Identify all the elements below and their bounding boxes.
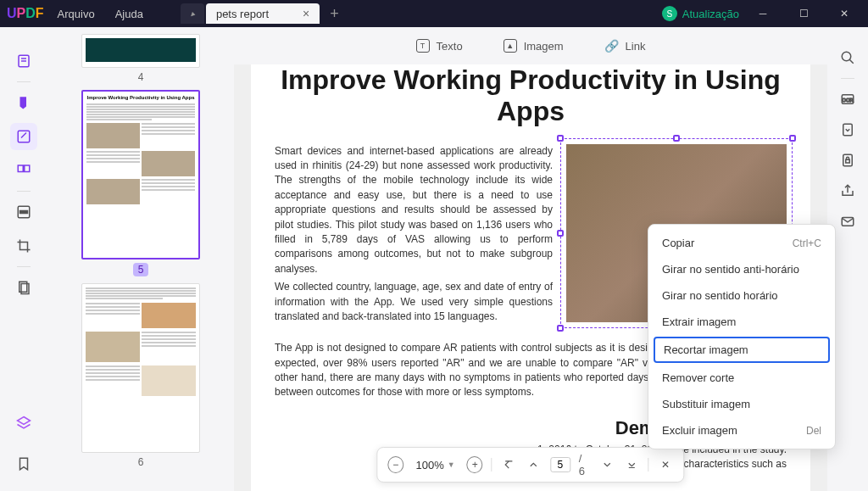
close-button[interactable]: ✕ xyxy=(827,2,861,25)
resize-handle[interactable] xyxy=(557,230,564,237)
comment-tool-icon[interactable] xyxy=(10,89,37,116)
context-rotate-cw[interactable]: Girar no sentido horário xyxy=(648,282,835,309)
minimize-button[interactable]: ─ xyxy=(746,2,780,25)
page-thumbnail-current[interactable]: Improve Working Productivity in Using Ap… xyxy=(81,90,200,276)
next-page-button[interactable] xyxy=(599,456,615,473)
search-icon[interactable] xyxy=(837,47,858,68)
crop-tool-icon[interactable] xyxy=(10,232,37,259)
organize-tool-icon[interactable] xyxy=(10,157,37,184)
paragraph: We collected country, language, age, sex… xyxy=(275,280,553,324)
tab-close-button[interactable]: × xyxy=(303,7,309,20)
context-extract-image[interactable]: Extrair imagem xyxy=(648,309,835,335)
svg-rect-3 xyxy=(18,131,30,142)
resize-handle[interactable] xyxy=(789,135,796,142)
svg-rect-5 xyxy=(25,165,30,172)
page-thumbnail[interactable]: 6 xyxy=(81,283,200,468)
svg-text:OCR: OCR xyxy=(842,98,854,103)
svg-rect-7 xyxy=(20,211,28,214)
protect-icon[interactable] xyxy=(837,150,858,170)
convert-icon[interactable] xyxy=(837,120,858,140)
thumb-page-number: 6 xyxy=(81,456,200,468)
context-remove-crop[interactable]: Remover corte xyxy=(648,365,835,391)
left-toolbar xyxy=(0,27,47,491)
thumb-page-number: 4 xyxy=(81,71,200,83)
edit-tool-icon[interactable] xyxy=(10,123,37,150)
context-replace-image[interactable]: Substituir imagem xyxy=(648,391,835,417)
svg-line-13 xyxy=(849,59,854,64)
menu-help[interactable]: Ajuda xyxy=(115,8,143,20)
ocr-icon[interactable]: OCR xyxy=(837,89,858,109)
zoom-in-button[interactable]: + xyxy=(467,456,483,473)
paragraph: Smart devices and internet-based applica… xyxy=(275,144,553,277)
menu-file[interactable]: Arquivo xyxy=(58,8,95,20)
text-tool-button[interactable]: TTexto xyxy=(416,39,463,53)
redact-tool-icon[interactable] xyxy=(10,198,37,226)
update-button[interactable]: S Atualização xyxy=(662,6,739,21)
thumbnails-panel: 4 Improve Working Productivity in Using … xyxy=(47,27,234,491)
svg-rect-4 xyxy=(18,165,23,172)
zoom-level[interactable]: 100%▼ xyxy=(412,459,458,471)
link-tool-button[interactable]: 🔗Link xyxy=(604,39,646,53)
document-tab[interactable]: pets report × xyxy=(206,3,320,24)
edit-toolbar: TTexto ▲Imagem 🔗Link xyxy=(234,27,827,64)
avatar: S xyxy=(662,6,677,21)
thumb-page-number-current: 5 xyxy=(133,263,149,276)
resize-handle[interactable] xyxy=(673,135,680,142)
svg-rect-18 xyxy=(846,159,850,163)
titlebar: UPDF Arquivo Ajuda pets report × + S Atu… xyxy=(0,0,868,27)
image-tool-button[interactable]: ▲Imagem xyxy=(504,39,564,53)
page-thumbnail[interactable]: 4 xyxy=(81,34,200,83)
tab-title: pets report xyxy=(216,8,269,20)
resize-handle[interactable] xyxy=(557,325,564,332)
zoom-out-button[interactable]: − xyxy=(387,456,403,473)
image-context-menu: CopiarCtrl+C Girar no sentido anti-horár… xyxy=(648,224,836,449)
page-tool-icon[interactable] xyxy=(10,274,37,301)
resize-handle[interactable] xyxy=(557,135,564,142)
home-tab[interactable] xyxy=(181,3,204,24)
context-rotate-ccw[interactable]: Girar no sentido anti-horário xyxy=(648,256,835,282)
last-page-button[interactable] xyxy=(624,456,640,473)
page-title: Improve Working Productivity in Using Ap… xyxy=(275,64,787,127)
reader-tool-icon[interactable] xyxy=(10,47,37,75)
app-logo: UPDF xyxy=(7,6,44,21)
prev-page-button[interactable] xyxy=(526,456,542,473)
new-tab-button[interactable]: + xyxy=(330,5,339,23)
context-delete-image[interactable]: Excluir imagemDel xyxy=(648,417,835,444)
first-page-button[interactable] xyxy=(501,456,517,473)
page-controls-toolbar: − 100%▼ + / 6 ✕ xyxy=(376,447,684,483)
context-copy[interactable]: CopiarCtrl+C xyxy=(648,230,835,256)
svg-point-12 xyxy=(842,52,851,61)
layers-icon[interactable] xyxy=(10,410,37,437)
share-icon[interactable] xyxy=(837,181,858,201)
bookmark-icon[interactable] xyxy=(10,450,37,477)
svg-rect-16 xyxy=(843,124,853,136)
email-icon[interactable] xyxy=(837,211,858,232)
maximize-button[interactable]: ☐ xyxy=(787,2,821,25)
close-toolbar-button[interactable]: ✕ xyxy=(658,456,674,473)
page-number-input[interactable] xyxy=(550,457,570,472)
context-crop-image[interactable]: Recortar imagem xyxy=(654,337,830,363)
